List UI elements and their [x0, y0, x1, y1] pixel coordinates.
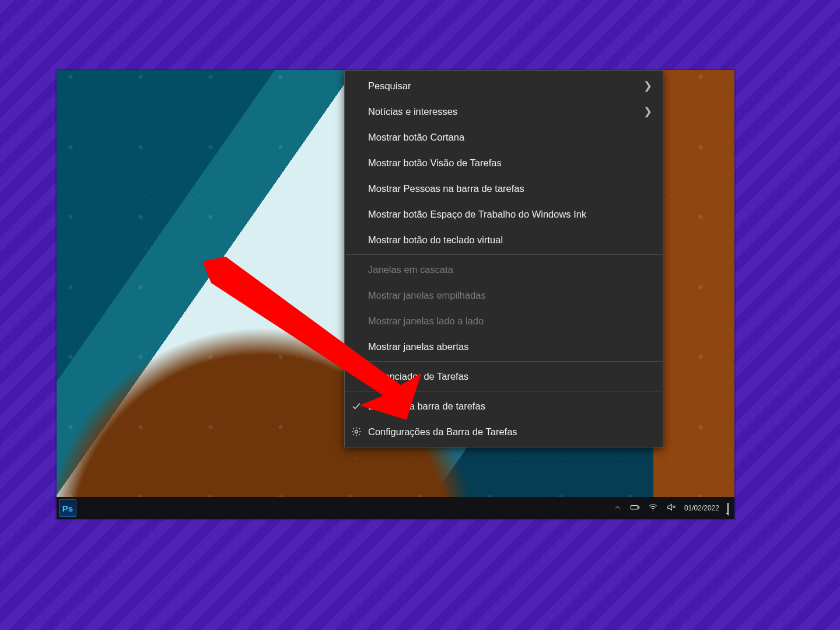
taskbar-context-menu: Pesquisar ❯ Notícias e interesses ❯ Most…	[344, 70, 663, 447]
menu-item-barsettings[interactable]: Configurações da Barra de Tarefas	[345, 419, 663, 444]
menu-item-label: Mostrar janelas lado a lado	[368, 316, 652, 327]
app-badge-label: Ps	[62, 503, 73, 513]
menu-item-taskview[interactable]: Mostrar botão Visão de Tarefas	[345, 150, 663, 176]
svg-point-0	[355, 430, 358, 433]
menu-separator	[346, 254, 662, 255]
menu-item-label: Mostrar janelas abertas	[368, 341, 652, 352]
svg-rect-2	[631, 506, 638, 509]
menu-item-label: Gerenciador de Tarefas	[368, 371, 652, 382]
check-icon	[351, 400, 362, 412]
svg-point-4	[653, 510, 653, 510]
menu-item-label: Notícias e interesses	[368, 106, 643, 117]
menu-item-label: Mostrar janelas empilhadas	[368, 290, 652, 301]
volume-muted-icon[interactable]	[666, 502, 676, 514]
menu-item-sidebyside: Mostrar janelas lado a lado	[345, 308, 663, 334]
menu-item-cortana[interactable]: Mostrar botão Cortana	[345, 124, 663, 150]
screenshot-region: Pesquisar ❯ Notícias e interesses ❯ Most…	[57, 70, 734, 519]
menu-item-lockbar[interactable]: Bloquear a barra de tarefas	[345, 393, 663, 419]
tray-date[interactable]: 01/02/2022	[684, 505, 719, 512]
menu-item-label: Mostrar botão Cortana	[368, 132, 652, 143]
menu-item-taskmgr[interactable]: Gerenciador de Tarefas	[345, 363, 663, 389]
battery-icon[interactable]	[630, 502, 640, 514]
menu-separator	[346, 361, 662, 362]
chevron-right-icon: ❯	[643, 79, 652, 92]
action-center-icon[interactable]	[727, 503, 729, 513]
tray-chevron-up-icon[interactable]	[614, 503, 622, 513]
chevron-right-icon: ❯	[643, 105, 652, 118]
menu-item-label: Pesquisar	[368, 80, 643, 92]
menu-item-label: Mostrar botão Visão de Tarefas	[368, 158, 652, 169]
system-tray: 01/02/2022	[614, 502, 734, 514]
taskbar-app-photoshop[interactable]: Ps	[59, 499, 76, 517]
menu-item-news[interactable]: Notícias e interesses ❯	[345, 99, 663, 124]
menu-item-search[interactable]: Pesquisar ❯	[345, 73, 663, 99]
menu-item-label: Mostrar Pessoas na barra de tarefas	[368, 183, 652, 194]
wifi-icon[interactable]	[648, 502, 658, 514]
menu-item-openwins[interactable]: Mostrar janelas abertas	[345, 334, 663, 359]
menu-item-people[interactable]: Mostrar Pessoas na barra de tarefas	[345, 176, 663, 201]
menu-item-ink[interactable]: Mostrar botão Espaço de Trabalho do Wind…	[345, 201, 663, 227]
menu-separator	[346, 391, 662, 391]
menu-item-touchkb[interactable]: Mostrar botão do teclado virtual	[345, 227, 663, 253]
svg-rect-3	[638, 506, 639, 508]
menu-item-stacked: Mostrar janelas empilhadas	[345, 282, 663, 308]
taskbar[interactable]: Ps 01/02/2022	[57, 497, 734, 519]
menu-item-label: Bloquear a barra de tarefas	[368, 401, 652, 412]
menu-item-label: Janelas em cascata	[368, 264, 652, 275]
menu-item-label: Mostrar botão do teclado virtual	[368, 235, 652, 246]
menu-item-label: Configurações da Barra de Tarefas	[368, 426, 652, 438]
menu-item-cascade: Janelas em cascata	[345, 257, 663, 282]
gear-icon	[351, 426, 362, 438]
menu-item-label: Mostrar botão Espaço de Trabalho do Wind…	[368, 209, 652, 220]
